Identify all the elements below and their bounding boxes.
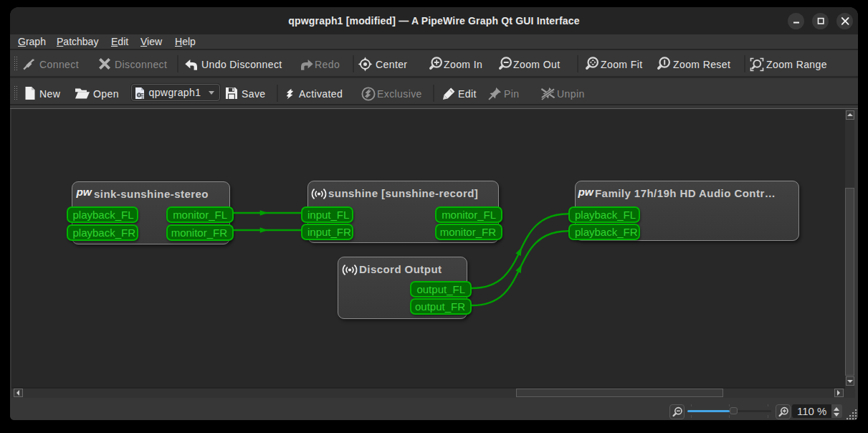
svg-text:pw: pw [76,186,92,198]
svg-text:pw: pw [578,186,594,198]
